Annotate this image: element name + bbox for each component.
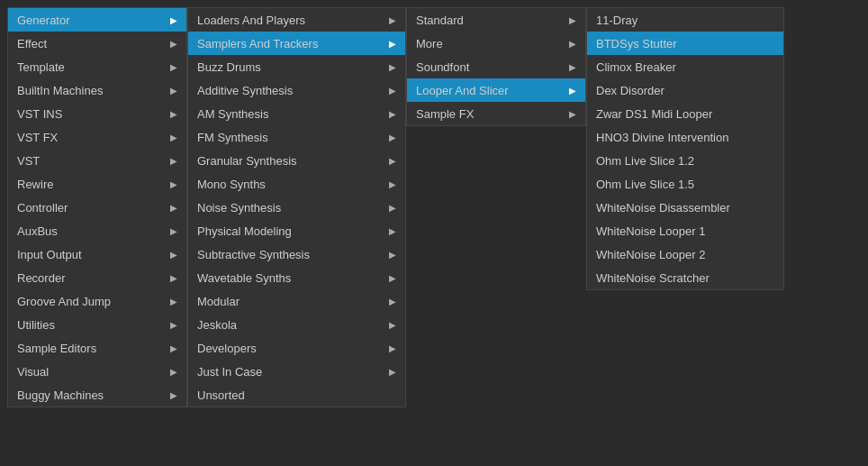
- menu-item[interactable]: Granular Synthesis▶: [188, 149, 405, 172]
- submenu-arrow-icon: ▶: [389, 39, 396, 49]
- submenu-arrow-icon: ▶: [170, 62, 177, 72]
- submenu-arrow-icon: ▶: [389, 179, 396, 189]
- menu-item-label: Controller: [17, 201, 68, 215]
- menu-item-label: AM Synthesis: [197, 107, 268, 121]
- menu-item-label: Dex Disorder: [596, 84, 665, 97]
- menu-item-label: WhiteNoise Scratcher: [596, 271, 710, 285]
- menu-item[interactable]: FM Synthesis▶: [188, 125, 405, 149]
- menu-item-label: Effect: [17, 37, 47, 50]
- menu-item[interactable]: Zwar DS1 Midi Looper: [587, 102, 783, 125]
- menu-item[interactable]: Standard▶: [407, 8, 585, 32]
- submenu-arrow-icon: ▶: [389, 86, 396, 96]
- menu-item[interactable]: VST FX▶: [8, 125, 186, 149]
- menu-item-label: Sample Editors: [17, 342, 96, 355]
- menu-item[interactable]: HNO3 Divine Intervention: [587, 125, 783, 149]
- menu-item[interactable]: Subtractive Synthesis▶: [188, 242, 405, 266]
- submenu-arrow-icon: ▶: [389, 156, 396, 166]
- menu-item-label: Visual: [17, 365, 49, 379]
- menu-item[interactable]: Recorder▶: [8, 266, 186, 289]
- menu-item[interactable]: Input Output▶: [8, 242, 186, 266]
- menu-item[interactable]: Loaders And Players▶: [188, 8, 405, 32]
- menu-item[interactable]: Sample FX▶: [407, 102, 585, 125]
- menu-item[interactable]: Groove And Jump▶: [8, 289, 186, 313]
- menu-item[interactable]: WhiteNoise Scratcher: [587, 266, 783, 289]
- menu-item[interactable]: Wavetable Synths▶: [188, 266, 405, 289]
- submenu-arrow-icon: ▶: [569, 39, 576, 49]
- menu-item[interactable]: VST INS▶: [8, 102, 186, 125]
- menu-item[interactable]: Ohm Live Slice 1.5: [587, 172, 783, 196]
- submenu-arrow-icon: ▶: [170, 86, 177, 96]
- menu-item[interactable]: Rewire▶: [8, 172, 186, 196]
- menu-item[interactable]: AuxBus▶: [8, 219, 186, 242]
- menu-item-label: More: [416, 37, 443, 50]
- menu-item-label: Developers: [197, 342, 257, 355]
- submenu-arrow-icon: ▶: [389, 15, 396, 25]
- menu-item-label: Additive Synthesis: [197, 84, 293, 97]
- menu-item[interactable]: Jeskola▶: [188, 313, 405, 336]
- submenu-arrow-icon: ▶: [170, 390, 177, 400]
- submenu-arrow-icon: ▶: [389, 226, 396, 236]
- menu-item-label: Physical Modeling: [197, 224, 292, 238]
- submenu-arrow-icon: ▶: [389, 109, 396, 119]
- menu-col3: Standard▶More▶Soundfont▶Looper And Slice…: [406, 7, 586, 126]
- menu-item-label: Subtractive Synthesis: [197, 248, 310, 261]
- menu-item-label: VST INS: [17, 107, 62, 121]
- menu-item[interactable]: Generator▶: [8, 8, 186, 32]
- menu-item[interactable]: Ohm Live Slice 1.2: [587, 149, 783, 172]
- menu-item[interactable]: BuiltIn Machines▶: [8, 78, 186, 102]
- menu-item[interactable]: Climox Breaker: [587, 55, 783, 78]
- menu-item[interactable]: Samplers And Trackers▶: [188, 32, 405, 55]
- submenu-arrow-icon: ▶: [170, 320, 177, 330]
- menu-item[interactable]: WhiteNoise Disassembler: [587, 196, 783, 219]
- menu-item[interactable]: 11-Dray: [587, 8, 783, 32]
- menu-item[interactable]: Buggy Machines▶: [8, 383, 186, 407]
- submenu-arrow-icon: ▶: [170, 179, 177, 189]
- menu-item-label: Ohm Live Slice 1.2: [596, 154, 694, 168]
- submenu-arrow-icon: ▶: [389, 297, 396, 306]
- submenu-arrow-icon: ▶: [389, 273, 396, 283]
- menu-item-label: Soundfont: [416, 60, 469, 74]
- submenu-arrow-icon: ▶: [170, 156, 177, 166]
- menu-item[interactable]: Physical Modeling▶: [188, 219, 405, 242]
- submenu-arrow-icon: ▶: [170, 250, 177, 260]
- submenu-arrow-icon: ▶: [170, 226, 177, 236]
- menu-item[interactable]: Visual▶: [8, 360, 186, 383]
- menu-item-label: Standard: [416, 14, 464, 27]
- menu-item-label: Groove And Jump: [17, 295, 111, 308]
- submenu-arrow-icon: ▶: [389, 367, 396, 377]
- menu-col4: 11-DrayBTDSys StutterClimox BreakerDex D…: [586, 7, 784, 290]
- menu-item[interactable]: Dex Disorder: [587, 78, 783, 102]
- menu-item[interactable]: WhiteNoise Looper 2: [587, 242, 783, 266]
- menu-item[interactable]: WhiteNoise Looper 1: [587, 219, 783, 242]
- menu-item-label: Loaders And Players: [197, 14, 305, 27]
- menu-item-label: Wavetable Synths: [197, 271, 291, 285]
- menu-item[interactable]: AM Synthesis▶: [188, 102, 405, 125]
- submenu-arrow-icon: ▶: [389, 343, 396, 353]
- menu-item[interactable]: Soundfont▶: [407, 55, 585, 78]
- menu-item[interactable]: BTDSys Stutter: [587, 32, 783, 55]
- menu-item[interactable]: Additive Synthesis▶: [188, 78, 405, 102]
- menu-item[interactable]: Sample Editors▶: [8, 336, 186, 360]
- menu-item[interactable]: Template▶: [8, 55, 186, 78]
- menu-item-label: Climox Breaker: [596, 60, 676, 74]
- submenu-arrow-icon: ▶: [569, 62, 576, 72]
- menu-item[interactable]: Utilities▶: [8, 313, 186, 336]
- menu-item[interactable]: Effect▶: [8, 32, 186, 55]
- submenu-arrow-icon: ▶: [170, 132, 177, 142]
- menu-container: Generator▶Effect▶Template▶BuiltIn Machin…: [0, 0, 868, 407]
- submenu-arrow-icon: ▶: [170, 203, 177, 213]
- menu-item[interactable]: Looper And Slicer▶: [407, 78, 585, 102]
- submenu-arrow-icon: ▶: [170, 297, 177, 306]
- menu-item[interactable]: Developers▶: [188, 336, 405, 360]
- menu-item[interactable]: Buzz Drums▶: [188, 55, 405, 78]
- menu-item[interactable]: Modular▶: [188, 289, 405, 313]
- menu-item[interactable]: Noise Synthesis▶: [188, 196, 405, 219]
- menu-item[interactable]: Mono Synths▶: [188, 172, 405, 196]
- menu-item[interactable]: VST▶: [8, 149, 186, 172]
- menu-item-label: FM Synthesis: [197, 131, 268, 144]
- menu-item[interactable]: Controller▶: [8, 196, 186, 219]
- menu-item[interactable]: Unsorted: [188, 383, 405, 407]
- menu-item-label: VST FX: [17, 131, 58, 144]
- menu-item[interactable]: Just In Case▶: [188, 360, 405, 383]
- menu-item[interactable]: More▶: [407, 32, 585, 55]
